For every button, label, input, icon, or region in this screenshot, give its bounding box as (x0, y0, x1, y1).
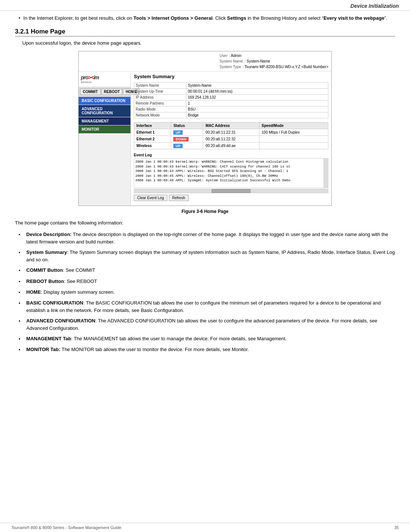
bullet-text: BASIC CONFIGURATION: The BASIC CONFIGURA… (26, 299, 395, 314)
logo-sub: wireless (81, 80, 128, 84)
iface-status: DOWN (171, 136, 203, 143)
bullet-text: MANAGEMENT Tab: The MANAGEMENT tab allow… (26, 335, 287, 343)
sysname-label: System Name (220, 58, 243, 64)
sidebar-item-monitor[interactable]: MONITOR (79, 125, 130, 133)
section-321-intro: Upon successful logon, the device home p… (22, 39, 395, 47)
event-log-lines: 2000 Jan 1 00:00:43 kernel:Worp: WARNING… (135, 160, 327, 183)
iface-speed: 100 Mbps / Full Duplex (259, 129, 328, 136)
bullet-text: ADVANCED CONFIGURATION: The ADVANCED CON… (26, 317, 395, 332)
system-summary-title: System Summary (134, 74, 328, 79)
bullet-text: System Summary: The System Summary scree… (26, 249, 395, 264)
iface-col-status: Status (171, 122, 203, 129)
page-content: In the Internet Explorer, to get best re… (0, 11, 410, 364)
event-log-buttons: Clear Event Log Refresh (134, 195, 328, 201)
bullet-text: REBOOT Button: See REBOOT (26, 278, 97, 286)
bullet-text: COMMIT Button: See COMMIT (26, 267, 95, 274)
bullet-text: MONITOR Tab: The MONITOR tab allows the … (26, 346, 249, 354)
list-item: COMMIT Button: See COMMIT (19, 267, 395, 274)
iface-mac: 00:20:a6:11:22:31 (203, 129, 259, 136)
iface-status: UP (171, 129, 203, 136)
page-footer: Tsunami® 800 & 8000 Series - Software Ma… (0, 523, 410, 532)
system-info-table: System NameSystem-NameSystem Up-Time00:0… (134, 82, 328, 118)
commit-button[interactable]: COMMIT (80, 89, 101, 95)
row-label: Network Mode (134, 112, 186, 118)
systype-label: System Type (220, 64, 241, 70)
refresh-button[interactable]: Refresh (169, 195, 189, 201)
event-log-line: 2000 Jan 1 00:00:45 APPL: Wireless: Chan… (135, 174, 327, 179)
row-value: BSU (186, 106, 328, 112)
iface-col-speed: Speed/Mode (259, 122, 328, 129)
list-item: REBOOT Button: See REBOOT (19, 278, 395, 286)
iface-name: Ethernet 2 (134, 136, 171, 143)
figure-caption: Figure 3-6 Home Page (15, 209, 395, 214)
iface-speed (259, 136, 328, 143)
row-value: 1 (186, 101, 328, 106)
table-row: Ethernet 2 DOWN 00:20:a6:11:22:32 (134, 136, 328, 143)
iface-name: Wireless (134, 143, 171, 149)
iface-mac: 00:20:a6:d9:dd:ae (203, 143, 259, 149)
row-label: IP Address (134, 95, 186, 101)
screenshot-sidebar: pro><im wireless COMMIT REBOOT HOME BASI… (79, 71, 131, 206)
iface-name: Ethernet 1 (134, 129, 171, 136)
topbar-info: User : Admin System Name : System-Name S… (220, 53, 328, 70)
interface-table: Interface Status MAC Address Speed/Mode … (134, 122, 328, 149)
table-row: Remote Partners1 (134, 101, 328, 106)
page-header: Device Initialization (0, 0, 410, 11)
event-log-line: 2000 Jan 1 00:00:48 APPL: Sysmgmt: Syste… (135, 178, 327, 183)
table-row: System NameSystem-Name (134, 83, 328, 89)
row-value: 00:00:01:14 (dd:hh:mm:ss) (186, 89, 328, 95)
hscroll-thumb (212, 189, 250, 193)
intro-bullets: In the Internet Explorer, to get best re… (15, 15, 395, 22)
user-row: User : Admin (220, 53, 328, 58)
event-log-line: 2000 Jan 1 00:00:43 kernel:Worp: WARNING… (135, 165, 327, 169)
iface-status: UP (171, 143, 203, 149)
list-item: System Summary: The System Summary scree… (19, 249, 395, 264)
horizontal-scrollbar[interactable] (134, 189, 328, 193)
section-321-heading: 3.2.1 Home Page (15, 28, 395, 36)
row-label: System Name (134, 83, 186, 89)
row-label: Remote Partners (134, 101, 186, 106)
row-value: Bridge (186, 112, 328, 118)
table-row: Network ModeBridge (134, 112, 328, 118)
device-screenshot: User : Admin System Name : System-Name S… (78, 51, 332, 206)
user-value: : Admin (229, 53, 241, 58)
user-label: User (220, 53, 227, 58)
event-log-title: Event Log (134, 153, 328, 157)
row-value: System-Name (186, 83, 328, 89)
intro-bullet-text: In the Internet Explorer, to get best re… (23, 15, 388, 22)
row-label: Radio Mode (134, 106, 186, 112)
logo-text: pro><im (81, 74, 128, 80)
list-item: HOME: Display system summary screen. (19, 289, 395, 296)
reboot-button[interactable]: REBOOT (101, 89, 123, 95)
table-row: System Up-Time00:00:01:14 (dd:hh:mm:ss) (134, 89, 328, 95)
table-row: Ethernet 1 UP 00:20:a6:11:22:31 100 Mbps… (134, 129, 328, 136)
iface-mac: 00:20:a6:11:22:32 (203, 136, 259, 143)
screenshot-body: pro><im wireless COMMIT REBOOT HOME BASI… (79, 71, 331, 206)
screenshot-topbar: User : Admin System Name : System-Name S… (79, 51, 331, 71)
iface-speed (259, 143, 328, 149)
clear-event-log-button[interactable]: Clear Event Log (134, 195, 167, 201)
sidebar-item-advanced-config[interactable]: ADVANCED CONFIGURATION (79, 105, 130, 117)
footer-left: Tsunami® 800 & 8000 Series - Software Ma… (11, 525, 122, 530)
sysname-value: : System-Name (245, 58, 270, 64)
page-title: Device Initialization (350, 3, 399, 9)
footer-right: 35 (394, 525, 399, 530)
sysname-row: System Name : System-Name (220, 58, 328, 64)
event-log-scrollbar[interactable] (324, 159, 328, 188)
list-item: ADVANCED CONFIGURATION: The ADVANCED CON… (19, 317, 395, 332)
intro-bullet-item: In the Internet Explorer, to get best re… (19, 15, 395, 22)
sidebar-item-basic-config[interactable]: BASIC CONFIGURATION (79, 97, 130, 105)
sidebar-buttons: COMMIT REBOOT HOME (79, 87, 130, 96)
row-value: 169.254.128.132 (186, 95, 328, 101)
event-log-line: 2000 Jan 1 00:00:43 APPL: Wireless: BSU … (135, 169, 327, 174)
body-intro-text: The home page contains the following inf… (15, 219, 395, 227)
sidebar-item-management[interactable]: MANAGEMENT (79, 117, 130, 125)
list-item: MONITOR Tab: The MONITOR tab allows the … (19, 346, 395, 354)
iface-col-mac: MAC Address (203, 122, 259, 129)
body-bullets: Device Description: The device descripti… (15, 231, 395, 354)
bullet-text: Device Description: The device descripti… (26, 231, 395, 246)
table-row: Wireless UP 00:20:a6:d9:dd:ae (134, 143, 328, 149)
event-log-box[interactable]: 2000 Jan 1 00:00:43 kernel:Worp: WARNING… (134, 158, 328, 188)
screenshot-main-panel: System Summary System NameSystem-NameSys… (131, 71, 331, 206)
list-item: Device Description: The device descripti… (19, 231, 395, 246)
